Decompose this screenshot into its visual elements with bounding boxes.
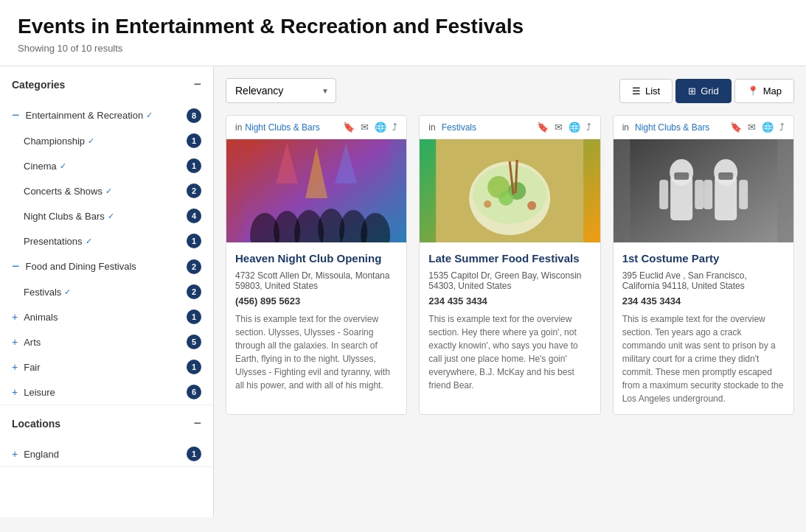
card-meta-3: in Night Clubs & Bars 🔖 ✉ 🌐 ⤴ bbox=[614, 116, 793, 139]
category-fair[interactable]: + Fair 1 bbox=[0, 354, 213, 379]
categories-label: Categories bbox=[12, 79, 65, 91]
category-championship[interactable]: Championship ✓ 1 bbox=[0, 128, 213, 153]
categories-section: Categories − − Entertainment & Recreatio… bbox=[0, 66, 213, 405]
fair-label: Fair bbox=[24, 362, 40, 373]
card1-title: Heaven Night Club Opening bbox=[235, 251, 397, 266]
card-meta-1: in Night Clubs & Bars 🔖 ✉ 🌐 ⤴ bbox=[226, 116, 406, 139]
page-title: Events in Entertainment & Recreation and… bbox=[18, 15, 788, 38]
main-layout: Categories − − Entertainment & Recreatio… bbox=[0, 66, 806, 517]
card2-mail-icon[interactable]: ✉ bbox=[555, 122, 563, 133]
card1-mail-icon[interactable]: ✉ bbox=[361, 122, 369, 133]
card2-address: 1535 Capitol Dr, Green Bay, Wisconsin 54… bbox=[428, 270, 591, 291]
category-festivals[interactable]: Festivals ✓ 2 bbox=[0, 279, 213, 304]
card2-body: Late Summer Food Festivals 1535 Capitol … bbox=[420, 242, 600, 401]
card3-description: This is example text for the overview se… bbox=[622, 312, 785, 405]
card1-category-link[interactable]: Night Clubs & Bars bbox=[245, 122, 319, 133]
locations-label: Locations bbox=[12, 418, 60, 430]
festivals-badge: 2 bbox=[187, 284, 201, 299]
fair-badge: 1 bbox=[187, 360, 201, 374]
category-nightclubs[interactable]: Night Clubs & Bars ✓ 4 bbox=[0, 203, 213, 228]
card2-title: Late Summer Food Festivals bbox=[428, 251, 591, 266]
food-label: Food and Dining Festivals bbox=[26, 261, 136, 272]
svg-point-18 bbox=[527, 201, 536, 210]
categories-header[interactable]: Categories − bbox=[0, 66, 213, 102]
svg-point-15 bbox=[498, 191, 513, 206]
card3-in-label: in bbox=[622, 122, 629, 133]
svg-rect-25 bbox=[659, 180, 668, 209]
event-card-3: in Night Clubs & Bars 🔖 ✉ 🌐 ⤴ bbox=[613, 115, 794, 415]
card2-description: This is example text for the overview se… bbox=[428, 312, 591, 392]
card3-phone: 234 435 3434 bbox=[622, 295, 785, 307]
svg-rect-24 bbox=[674, 172, 689, 180]
category-leisure[interactable]: + Leisure 6 bbox=[0, 379, 213, 405]
arts-label: Arts bbox=[24, 337, 41, 348]
cinema-label: Cinema bbox=[24, 161, 57, 172]
sort-select[interactable]: Relevancy Date Title Distance bbox=[226, 78, 336, 103]
card2-globe-icon[interactable]: 🌐 bbox=[569, 122, 580, 133]
nightclubs-badge: 4 bbox=[187, 209, 201, 223]
concerts-badge: 2 bbox=[187, 183, 201, 198]
map-label: Map bbox=[763, 85, 782, 97]
card3-share-icon[interactable]: ⤴ bbox=[779, 122, 785, 133]
animals-plus-icon: + bbox=[12, 311, 18, 323]
svg-rect-31 bbox=[739, 180, 748, 209]
concerts-label: Concerts & Shows bbox=[24, 186, 103, 197]
category-entertainment[interactable]: − Entertainment & Recreation ✓ 8 bbox=[0, 102, 213, 128]
svg-rect-26 bbox=[695, 180, 703, 209]
grid-view-button[interactable]: ⊞ Grid bbox=[675, 79, 732, 103]
map-view-button[interactable]: 📍 Map bbox=[734, 79, 794, 103]
card2-category-link[interactable]: Festivals bbox=[442, 122, 476, 133]
card3-mail-icon[interactable]: ✉ bbox=[748, 122, 756, 133]
cinema-check-icon: ✓ bbox=[60, 161, 66, 171]
category-concerts[interactable]: Concerts & Shows ✓ 2 bbox=[0, 178, 213, 203]
card1-body: Heaven Night Club Opening 4732 Scott All… bbox=[226, 242, 406, 401]
event-card-2: in Festivals 🔖 ✉ 🌐 ⤴ bbox=[419, 115, 600, 415]
locations-header[interactable]: Locations − bbox=[0, 405, 213, 441]
festivals-check-icon: ✓ bbox=[64, 287, 71, 297]
card-meta-2: in Festivals 🔖 ✉ 🌐 ⤴ bbox=[420, 116, 600, 139]
cards-grid: in Night Clubs & Bars 🔖 ✉ 🌐 ⤴ bbox=[226, 115, 794, 415]
card1-image-svg bbox=[226, 139, 406, 242]
food-badge: 2 bbox=[187, 259, 201, 274]
category-presentations[interactable]: Presentations ✓ 1 bbox=[0, 228, 213, 253]
toolbar: Relevancy Date Title Distance ☰ List ⊞ G… bbox=[226, 78, 794, 103]
list-label: List bbox=[645, 85, 660, 97]
category-animals[interactable]: + Animals 1 bbox=[0, 304, 213, 329]
presentations-check-icon: ✓ bbox=[86, 237, 92, 246]
card1-globe-icon[interactable]: 🌐 bbox=[375, 122, 386, 133]
locations-collapse-icon: − bbox=[193, 416, 201, 431]
card3-bookmark-icon[interactable]: 🔖 bbox=[730, 122, 742, 133]
card2-bookmark-icon[interactable]: 🔖 bbox=[537, 122, 549, 133]
card3-globe-icon[interactable]: 🌐 bbox=[762, 122, 774, 133]
card1-address: 4732 Scott Allen Dr, Missoula, Montana 5… bbox=[235, 270, 397, 291]
cinema-badge: 1 bbox=[187, 158, 201, 173]
list-view-button[interactable]: ☰ List bbox=[619, 79, 673, 103]
card2-phone: 234 435 3434 bbox=[428, 295, 591, 307]
animals-badge: 1 bbox=[187, 309, 201, 324]
categories-collapse-icon: − bbox=[193, 77, 201, 92]
sort-wrapper: Relevancy Date Title Distance bbox=[226, 78, 336, 103]
presentations-label: Presentations bbox=[24, 236, 83, 247]
england-badge: 1 bbox=[187, 447, 201, 461]
leisure-plus-icon: + bbox=[12, 386, 18, 398]
category-food-dining[interactable]: − Food and Dining Festivals 2 bbox=[0, 253, 213, 279]
card3-category-link[interactable]: Night Clubs & Bars bbox=[635, 122, 709, 133]
card1-share-icon[interactable]: ⤴ bbox=[392, 122, 397, 133]
card3-title: 1st Costume Party bbox=[622, 251, 785, 266]
category-arts[interactable]: + Arts 5 bbox=[0, 329, 213, 354]
results-count: Showing 10 of 10 results bbox=[18, 43, 788, 54]
animals-label: Animals bbox=[24, 312, 58, 323]
presentations-badge: 1 bbox=[187, 234, 201, 248]
svg-point-19 bbox=[484, 200, 491, 208]
category-cinema[interactable]: Cinema ✓ 1 bbox=[0, 153, 213, 178]
location-england[interactable]: + England 1 bbox=[0, 441, 213, 466]
card2-image bbox=[420, 139, 600, 242]
sidebar: Categories − − Entertainment & Recreatio… bbox=[0, 66, 214, 517]
card1-bookmark-icon[interactable]: 🔖 bbox=[343, 122, 355, 133]
card2-image-svg bbox=[420, 139, 600, 242]
content-area: Relevancy Date Title Distance ☰ List ⊞ G… bbox=[214, 66, 806, 517]
arts-badge: 5 bbox=[187, 335, 201, 349]
card2-share-icon[interactable]: ⤴ bbox=[586, 122, 591, 133]
england-plus-icon: + bbox=[12, 448, 18, 460]
england-label: England bbox=[24, 449, 59, 460]
